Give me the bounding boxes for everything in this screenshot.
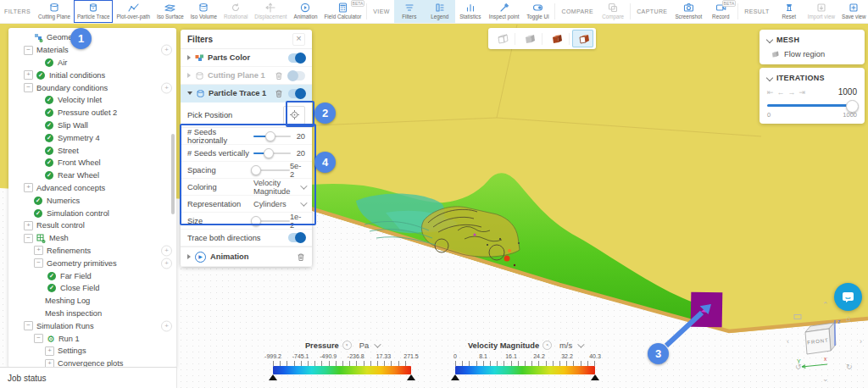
mode-wireframe-button[interactable] [491,30,512,47]
range-handle-max[interactable] [591,374,599,380]
tree-item-run-1[interactable]: − ⚙ Run 1 [8,332,176,345]
toolbar-legend[interactable]: Legend [425,0,455,23]
tree-item-mesh[interactable]: − Mesh [8,232,176,245]
range-handle-max[interactable] [407,374,415,380]
tree-item-far-field[interactable]: ✓ Far Field [8,269,176,282]
pick-position-button[interactable] [283,106,305,125]
tree-item-velocity-inlet[interactable]: ✓ Velocity Inlet [8,94,176,107]
coloring-select-value[interactable]: Velocity Magnitude [253,179,300,196]
mode-surfaces-button[interactable] [545,30,566,47]
tree-scrollbar[interactable] [171,134,175,214]
job-status-bar[interactable]: Job status [0,367,177,388]
expand-icon[interactable]: + [45,346,54,356]
toolbar-save-view[interactable]: Save view [838,0,868,23]
chevron-left-icon[interactable]: ‹ [787,337,789,346]
trash-icon[interactable] [297,252,305,262]
skip-end-icon[interactable]: ⇥ [799,88,806,97]
filter-row-particle-trace[interactable]: Particle Trace 1 [181,85,312,103]
chevron-right-icon[interactable]: › [860,337,862,346]
tree-item-close-field[interactable]: ✓ Close Field [8,282,176,295]
filter-row-parts-color[interactable]: Parts Color [181,49,312,67]
expand-icon[interactable]: + [34,246,43,255]
tree-item-refinements[interactable]: + Refinements + [8,245,176,258]
spacing-slider[interactable] [253,169,290,171]
representation-select-value[interactable]: Cylinders [253,200,287,208]
pressure-unit[interactable]: Pa [359,341,369,350]
toolbar-screenshot[interactable]: Screenshot [671,0,705,23]
mesh-card-header[interactable]: MESH [767,36,857,44]
flow-region-item[interactable]: Flow region [767,50,857,58]
tree-item-slip-wall[interactable]: ✓ Slip Wall [8,119,176,132]
orientation-cube-widget[interactable]: ⌃ ‹ › ⌄ ↺ ↻ ⌂ FRONT z Y x [787,303,868,386]
skip-start-icon[interactable]: ⇤ [767,88,774,97]
legend-info-icon[interactable]: • [542,341,552,350]
trace-both-toggle[interactable] [288,233,305,242]
add-button[interactable]: + [161,245,172,256]
tree-item-symmetry[interactable]: ✓ Symmetry 4 [8,131,176,144]
cutting-plane-toggle[interactable] [288,71,305,80]
tree-item-meshing-log[interactable]: Meshing Log [8,295,176,308]
toolbar-plot-over-path[interactable]: Plot-over-path [113,0,153,23]
iterations-card-header[interactable]: ITERATIONS [767,74,857,82]
tree-item-simulation-control[interactable]: ✓ Simulation control [8,207,176,219]
chevron-up-icon[interactable]: ⌃ [822,301,829,309]
chevron-right-icon[interactable] [187,73,191,78]
param-representation[interactable]: Representation Cylinders [181,196,312,213]
toolbar-cutting-plane[interactable]: Cutting Plane [35,0,74,23]
tree-item-simulation-runs[interactable]: − Simulation Runs + [8,319,176,332]
particle-trace-toggle[interactable] [288,89,305,98]
add-button[interactable]: + [161,82,172,93]
toolbar-record[interactable]: BETA Record [705,0,736,23]
seeds-vertical-slider[interactable] [253,152,291,154]
collapse-icon[interactable]: − [24,234,33,243]
tree-item-front-wheel[interactable]: ✓ Front Wheel [8,157,176,169]
close-icon[interactable]: × [292,33,305,46]
chevron-right-icon[interactable] [187,254,191,259]
tree-item-settings[interactable]: + Settings [8,345,176,358]
tree-item-result-control[interactable]: + Result control [8,219,176,232]
toolbar-filters[interactable]: Filters [394,0,425,23]
toolbar-iso-surface[interactable]: Iso Surface [153,0,187,23]
collapse-icon[interactable]: − [24,46,33,55]
tree-item-pressure-outlet[interactable]: ✓ Pressure outlet 2 [8,107,176,119]
chevron-right-icon[interactable] [187,55,191,60]
animation-row[interactable]: ▶ Animation [181,247,312,267]
add-button[interactable]: + [161,258,172,269]
toolbar-statistics[interactable]: Statistics [455,0,486,23]
tree-item-mesh-inspection[interactable]: Mesh inspection [8,308,176,320]
add-button[interactable]: + [161,320,172,331]
parts-color-toggle[interactable] [288,53,305,63]
tree-item-street[interactable]: ✓ Street [8,144,176,157]
param-coloring[interactable]: Coloring Velocity Magnitude [181,179,312,196]
expand-icon[interactable]: + [24,70,33,80]
step-back-icon[interactable]: ← [777,88,785,97]
trash-icon[interactable] [275,89,283,98]
toolbar-toggle-ui[interactable]: Toggle UI [522,0,553,23]
expand-icon[interactable]: + [24,221,33,230]
orientation-cube[interactable]: FRONT z Y x [795,317,860,371]
chevron-down-icon[interactable]: ⌄ [822,374,829,383]
velocity-unit[interactable]: m/s [559,341,572,350]
mode-solid-button[interactable] [518,30,539,47]
toolbar-animation[interactable]: Animation [290,0,320,23]
range-handle-min[interactable] [269,374,277,380]
add-button[interactable]: + [161,45,172,56]
tree-item-initial-conditions[interactable]: + ✓ Initial conditions [8,69,176,81]
toolbar-reset[interactable]: Reset [774,0,804,23]
size-slider[interactable] [253,220,290,222]
toolbar-inspect-point[interactable]: Inspect point [486,0,523,23]
seeds-horizontal-slider[interactable] [253,136,291,137]
collapse-icon[interactable]: − [24,321,33,330]
tree-item-advanced-concepts[interactable]: + Advanced concepts [8,182,176,195]
legend-info-icon[interactable]: • [342,341,352,350]
collapse-icon[interactable]: − [34,334,43,343]
filter-row-cutting-plane[interactable]: Cutting Plane 1 [181,67,312,85]
tree-item-materials[interactable]: − Materials + [8,44,176,57]
toolbar-field-calculator[interactable]: BETA Field Calculator [321,0,365,23]
collapse-icon[interactable]: − [24,83,33,92]
chevron-down-icon[interactable] [187,91,192,95]
mode-surfaces-edges-button[interactable] [572,30,593,47]
pressure-colorbar[interactable] [273,366,411,374]
collapse-icon[interactable]: − [34,258,43,268]
tree-item-air[interactable]: ✓ Air [8,57,176,69]
